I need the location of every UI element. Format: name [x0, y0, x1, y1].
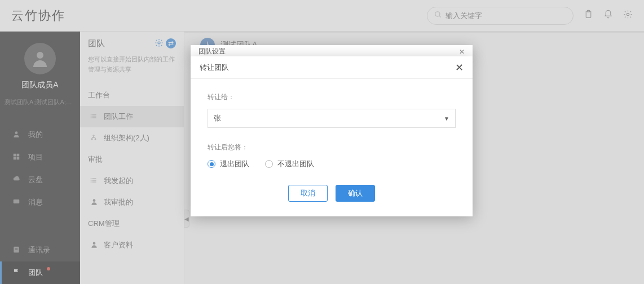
radio-icon: [208, 160, 215, 168]
transfer-to-select[interactable]: 张 ▼: [208, 109, 456, 128]
confirm-button[interactable]: 确认: [336, 185, 375, 202]
close-icon[interactable]: ✕: [459, 48, 465, 56]
radio-option[interactable]: 退出团队: [208, 159, 249, 169]
radio-option[interactable]: 不退出团队: [265, 159, 314, 169]
transfer-to-label: 转让给：: [208, 92, 456, 102]
transfer-team-modal: 转让团队 ✕ 转让给： 张 ▼ 转让后您将： 退出团队不退出团队 取消 确认: [191, 56, 473, 216]
chevron-down-icon: ▼: [444, 116, 449, 122]
modal-title: 转让团队: [200, 63, 229, 73]
after-transfer-label: 转让后您将：: [208, 143, 456, 152]
close-icon[interactable]: ✕: [455, 61, 464, 74]
cancel-button[interactable]: 取消: [288, 185, 328, 202]
radio-label: 退出团队: [220, 159, 249, 169]
radio-icon: [265, 160, 273, 168]
radio-label: 不退出团队: [277, 159, 314, 169]
background-modal-title: 团队设置: [199, 47, 226, 56]
select-value: 张: [214, 113, 221, 123]
